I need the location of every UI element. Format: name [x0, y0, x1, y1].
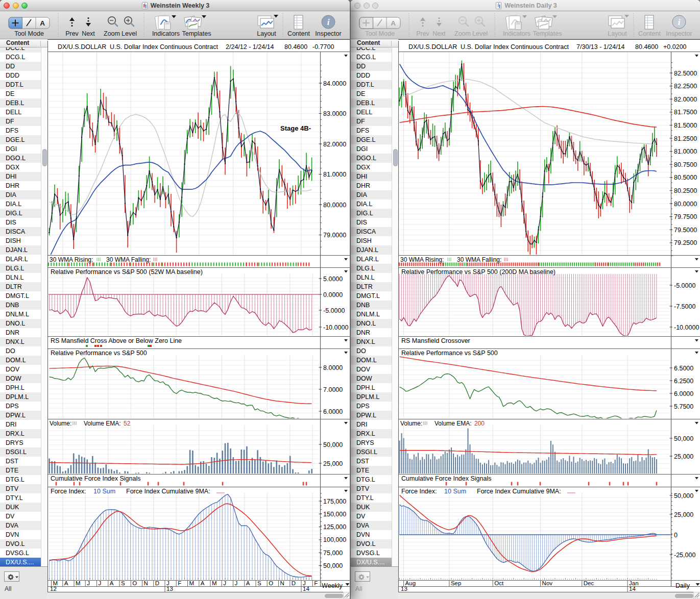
svg-text:125,000: 125,000	[323, 523, 346, 531]
svg-text:J: J	[166, 580, 170, 586]
svg-text:81.7500: 81.7500	[674, 109, 697, 116]
svg-text:6.5000: 6.5000	[674, 365, 693, 372]
svg-text:Force Index:: Force Index:	[401, 488, 437, 495]
svg-text:80.0000: 80.0000	[323, 202, 346, 209]
svg-text:Nov: Nov	[542, 580, 553, 586]
svg-text:Cumulative Force Index Signals: Cumulative Force Index Signals	[51, 475, 140, 482]
svg-text:50,000: 50,000	[323, 562, 343, 569]
svg-text:Content: Content	[287, 30, 310, 37]
svg-text:81.2500: 81.2500	[674, 135, 697, 142]
svg-text:Templates: Templates	[533, 30, 562, 37]
svg-text:M: M	[76, 580, 81, 586]
svg-text:F: F	[314, 580, 318, 586]
svg-text:-25,000: -25,000	[674, 552, 695, 559]
svg-text:N: N	[280, 580, 284, 586]
svg-text:-7.5000: -7.5000	[674, 303, 695, 310]
svg-text:82.0000: 82.0000	[323, 141, 346, 148]
svg-text:82.5000: 82.5000	[674, 70, 697, 77]
svg-text:80.7500: 80.7500	[674, 161, 697, 168]
svg-text:D: D	[155, 580, 159, 586]
svg-text:30 WMA Falling:: 30 WMA Falling:	[106, 256, 151, 263]
svg-text:83.0000: 83.0000	[323, 110, 346, 117]
svg-text:10 Sum: 10 Sum	[93, 488, 115, 495]
svg-text:12: 12	[50, 586, 57, 592]
svg-text:79.2500: 79.2500	[674, 239, 697, 246]
svg-text:D: D	[292, 580, 296, 586]
svg-text:Level: Level	[122, 30, 137, 37]
svg-text:i: i	[327, 17, 330, 27]
svg-text:175,000: 175,000	[323, 498, 346, 505]
svg-text:81.0000: 81.0000	[323, 171, 346, 178]
svg-text:Aug: Aug	[405, 580, 416, 586]
svg-text:81.5000: 81.5000	[674, 122, 697, 129]
svg-text:150,000: 150,000	[323, 511, 346, 518]
svg-text:DX/U.S.DOLLAR: DX/U.S.DOLLAR	[58, 43, 106, 51]
svg-text:13: 13	[166, 586, 173, 592]
svg-text:Tool Mode: Tool Mode	[365, 30, 395, 37]
svg-text:52: 52	[124, 420, 131, 427]
svg-text:Relative Performance vs S&P 50: Relative Performance vs S&P 500 (52W MA …	[51, 268, 203, 276]
svg-text:25,000: 25,000	[674, 511, 693, 518]
svg-text:DX/U.S.DOLLAR: DX/U.S.DOLLAR	[408, 43, 457, 51]
svg-text:Prev: Prev	[65, 30, 79, 37]
svg-text:14: 14	[303, 586, 309, 592]
svg-text:-0.7700: -0.7700	[312, 43, 334, 51]
svg-text:-5.0000: -5.0000	[674, 282, 695, 289]
svg-text:Force Index Cumulative 9MA:: Force Index Cumulative 9MA:	[477, 488, 561, 495]
svg-text:Volume:: Volume:	[50, 420, 71, 427]
svg-text:200: 200	[474, 420, 485, 427]
svg-text:Force Index:: Force Index:	[51, 488, 86, 495]
svg-text:2/24/12 - 1/24/14: 2/24/12 - 1/24/14	[226, 43, 274, 51]
svg-text:6.0000: 6.0000	[674, 390, 693, 397]
svg-text:80.4600: 80.4600	[284, 43, 307, 51]
svg-text:i: i	[678, 17, 681, 27]
svg-text:Inspector: Inspector	[666, 30, 692, 37]
svg-text:M: M	[189, 580, 195, 586]
svg-text:M: M	[53, 580, 58, 586]
svg-text:-5.0000: -5.0000	[323, 307, 345, 314]
svg-text:-10.0000: -10.0000	[674, 324, 699, 331]
svg-text:Volume EMA:: Volume EMA:	[84, 420, 121, 427]
svg-text:81.0000: 81.0000	[674, 148, 697, 155]
svg-text:-10.0000: -10.0000	[323, 324, 348, 331]
svg-text:+0.0200: +0.0200	[663, 43, 687, 51]
svg-text:25,000: 25,000	[323, 460, 343, 467]
svg-text:Layout: Layout	[257, 30, 276, 37]
svg-text:J: J	[87, 580, 90, 586]
svg-text:A: A	[40, 19, 45, 27]
svg-text:84.0000: 84.0000	[323, 80, 346, 87]
svg-text:Daily: Daily	[675, 582, 690, 589]
svg-text:Volume EMA:: Volume EMA:	[435, 420, 472, 427]
svg-text:10 Sum: 10 Sum	[444, 488, 466, 495]
svg-text:S: S	[257, 580, 261, 586]
svg-text:Level: Level	[472, 30, 488, 37]
svg-text:6.0000: 6.0000	[323, 408, 343, 415]
svg-text:J: J	[99, 580, 102, 586]
svg-text:80.4600: 80.4600	[635, 43, 658, 51]
svg-text:80.2500: 80.2500	[674, 187, 697, 194]
svg-text:50,000: 50,000	[674, 492, 693, 500]
svg-text:A: A	[64, 580, 68, 586]
svg-text:N: N	[144, 580, 148, 586]
svg-text:RS Mansfield Crossover: RS Mansfield Crossover	[401, 337, 470, 344]
svg-text:F: F	[178, 580, 181, 586]
svg-text:Indicators: Indicators	[503, 30, 530, 37]
svg-text:30 WMA Rising:: 30 WMA Rising:	[400, 256, 444, 263]
svg-text:Prev: Prev	[416, 30, 429, 37]
svg-text:79.7500: 79.7500	[674, 213, 697, 220]
svg-text:A: A	[110, 580, 114, 586]
svg-text:O: O	[132, 580, 137, 586]
svg-text:Oct: Oct	[494, 580, 504, 586]
svg-text:5.7500: 5.7500	[674, 403, 693, 410]
svg-text:A: A	[246, 580, 250, 586]
svg-text:U.S. Dollar Index Continuous C: U.S. Dollar Index Continuous Contract	[110, 43, 218, 51]
svg-text:A: A	[201, 580, 205, 586]
svg-text:J: J	[235, 580, 238, 586]
svg-text:A: A	[391, 19, 396, 27]
svg-text:30 WMA Falling:: 30 WMA Falling:	[457, 256, 501, 263]
svg-text:82.0000: 82.0000	[674, 96, 697, 103]
svg-text:0.0000: 0.0000	[323, 291, 343, 298]
svg-text:Inspector: Inspector	[315, 30, 341, 37]
svg-text:0: 0	[674, 532, 678, 539]
svg-text:RS Mansfield Cross Above or Be: RS Mansfield Cross Above or Below Zero L…	[51, 337, 182, 344]
